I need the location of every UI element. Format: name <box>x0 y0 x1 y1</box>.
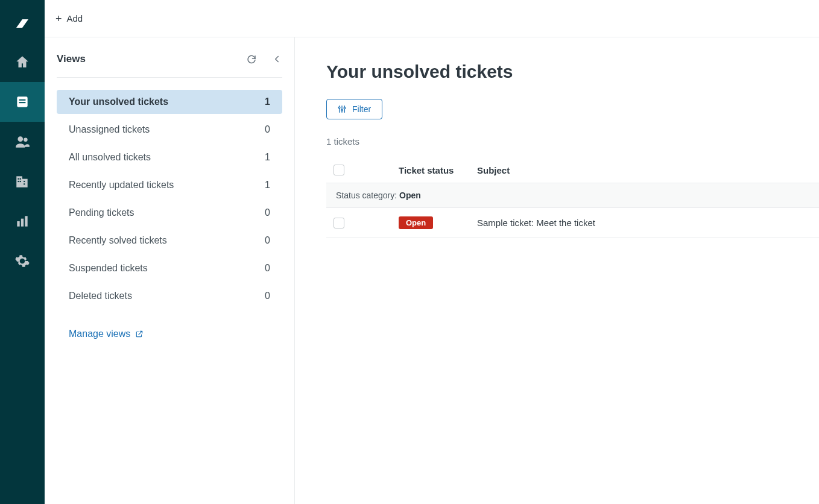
add-button-label: Add <box>67 13 83 24</box>
view-list: Your unsolved tickets1Unassigned tickets… <box>57 90 282 308</box>
building-icon <box>14 174 30 189</box>
top-bar: + Add <box>45 0 819 37</box>
view-item-count: 1 <box>265 96 270 107</box>
add-button[interactable]: + Add <box>55 13 83 24</box>
filter-button-label: Filter <box>352 104 371 114</box>
view-item-count: 0 <box>265 263 270 274</box>
column-header-subject[interactable]: Subject <box>477 165 819 175</box>
view-item-count: 0 <box>265 291 270 301</box>
brand-logo[interactable] <box>0 8 45 39</box>
zendesk-logo-icon <box>14 16 30 31</box>
group-header: Status category: Open <box>326 183 819 208</box>
view-item-count: 1 <box>265 152 270 163</box>
svg-rect-14 <box>21 219 24 227</box>
view-item-3[interactable]: Recently updated tickets1 <box>57 173 282 197</box>
view-item-label: Suspended tickets <box>69 263 148 274</box>
plus-icon: + <box>55 13 62 24</box>
svg-point-3 <box>17 136 23 142</box>
svg-point-4 <box>24 138 27 142</box>
view-item-0[interactable]: Your unsolved tickets1 <box>57 90 282 114</box>
ticket-subject: Sample ticket: Meet the ticket <box>477 218 595 228</box>
view-item-count: 1 <box>265 180 270 191</box>
svg-rect-5 <box>16 176 22 187</box>
page-title: Your unsolved tickets <box>326 61 819 82</box>
ticket-row[interactable]: OpenSample ticket: Meet the ticket <box>326 208 819 238</box>
svg-rect-8 <box>20 178 21 180</box>
view-item-4[interactable]: Pending tickets0 <box>57 201 282 225</box>
view-item-label: Recently solved tickets <box>69 235 167 246</box>
nav-reporting[interactable] <box>0 201 45 241</box>
list-icon <box>14 94 30 110</box>
view-item-count: 0 <box>265 124 270 135</box>
primary-nav-rail <box>0 0 45 504</box>
sliders-icon <box>338 105 346 113</box>
view-item-1[interactable]: Unassigned tickets0 <box>57 118 282 142</box>
view-item-count: 0 <box>265 207 270 218</box>
svg-rect-12 <box>24 183 25 184</box>
external-link-icon <box>135 330 144 338</box>
svg-point-19 <box>341 109 343 111</box>
svg-rect-6 <box>22 179 28 187</box>
view-item-2[interactable]: All unsolved tickets1 <box>57 145 282 169</box>
svg-rect-10 <box>20 181 21 182</box>
view-item-6[interactable]: Suspended tickets0 <box>57 256 282 280</box>
ticket-count: 1 tickets <box>326 136 819 146</box>
sidebar-title: Views <box>57 53 86 65</box>
svg-rect-11 <box>24 181 25 182</box>
manage-views-link[interactable]: Manage views <box>69 329 144 339</box>
status-badge: Open <box>399 216 433 229</box>
svg-point-17 <box>338 107 340 109</box>
manage-views-label: Manage views <box>69 329 130 339</box>
svg-rect-1 <box>19 99 26 101</box>
views-sidebar: Views Your unsolved tickets1Unassigned t… <box>45 37 295 504</box>
svg-rect-13 <box>17 221 19 227</box>
svg-rect-7 <box>17 178 19 180</box>
refresh-icon <box>246 54 257 65</box>
table-header: Ticket status Subject <box>326 157 819 183</box>
view-item-5[interactable]: Recently solved tickets0 <box>57 228 282 253</box>
gear-icon <box>14 253 30 269</box>
nav-views[interactable] <box>0 82 45 122</box>
nav-organizations[interactable] <box>0 162 45 201</box>
chevron-left-icon <box>271 54 282 65</box>
view-item-label: Deleted tickets <box>69 291 132 301</box>
home-icon <box>14 54 30 70</box>
ticket-list-panel: Your unsolved tickets Filter 1 tickets T… <box>295 37 819 504</box>
view-item-label: Recently updated tickets <box>69 180 174 191</box>
group-value: Open <box>399 191 421 200</box>
view-item-label: Your unsolved tickets <box>69 96 168 107</box>
svg-point-21 <box>344 107 346 109</box>
nav-customers[interactable] <box>0 122 45 162</box>
row-checkbox[interactable] <box>334 218 344 228</box>
view-item-label: Pending tickets <box>69 207 134 218</box>
svg-rect-9 <box>17 181 19 182</box>
group-prefix: Status category: <box>336 191 399 200</box>
filter-button[interactable]: Filter <box>326 99 382 119</box>
nav-admin[interactable] <box>0 241 45 281</box>
refresh-button[interactable] <box>246 54 257 65</box>
bar-chart-icon <box>14 213 30 229</box>
view-item-count: 0 <box>265 235 270 246</box>
svg-rect-2 <box>19 102 26 103</box>
column-header-status[interactable]: Ticket status <box>399 165 477 175</box>
view-item-7[interactable]: Deleted tickets0 <box>57 284 282 308</box>
collapse-sidebar-button[interactable] <box>271 54 282 65</box>
view-item-label: All unsolved tickets <box>69 152 151 163</box>
view-item-label: Unassigned tickets <box>69 124 150 135</box>
people-icon <box>14 134 30 150</box>
nav-home[interactable] <box>0 42 45 82</box>
svg-rect-15 <box>25 216 27 226</box>
select-all-checkbox[interactable] <box>334 165 344 175</box>
